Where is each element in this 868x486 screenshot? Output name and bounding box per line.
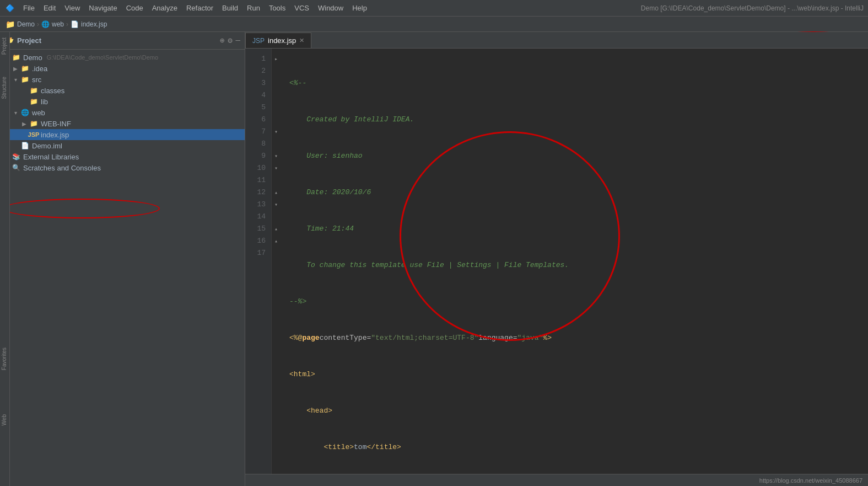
- code-line-11: <title>tom</title>: [289, 441, 861, 453]
- tree-item-idea[interactable]: ▶ 📁 .idea: [0, 63, 245, 74]
- gutter-fold-1[interactable]: ▸: [272, 53, 281, 65]
- tab-close-button[interactable]: ✕: [299, 37, 304, 44]
- folder-icon-idea: 📁: [20, 64, 30, 73]
- tree-label-classes: classes: [41, 87, 64, 95]
- token-8d: "text/html;charset=UTF-8": [371, 332, 478, 344]
- gutter-14: [272, 211, 281, 223]
- line-num-1: 1: [245, 53, 266, 65]
- arrow-src: ▾: [11, 77, 20, 83]
- code-content[interactable]: <%-- Created by IntelliJ IDEA. User: sie…: [283, 49, 868, 486]
- main-layout: 📂 Project ⊕ ⚙ — ▾ 📁 Demo G:\IDEA\Code_de…: [0, 32, 868, 486]
- settings-icon[interactable]: ⚙: [228, 36, 232, 45]
- gutter-fold-16[interactable]: ▴: [272, 235, 281, 247]
- bc-web[interactable]: web: [52, 20, 64, 28]
- tree-label-src: src: [32, 76, 41, 84]
- tree-item-demoixml[interactable]: 📄 Demo.iml: [0, 140, 245, 151]
- menu-window[interactable]: Window: [315, 3, 347, 13]
- line-num-3: 3: [245, 77, 266, 89]
- tree-item-demo[interactable]: ▾ 📁 Demo G:\IDEA\Code_demo\ServletDemo\D…: [0, 52, 245, 63]
- bc-sep2: ›: [66, 20, 68, 28]
- token-11b: tom: [354, 441, 366, 453]
- gutter-17: [272, 247, 281, 259]
- code-line-4: Date: 2020/10/6: [289, 186, 861, 199]
- menu-edit[interactable]: Edit: [40, 3, 59, 13]
- tree-item-src[interactable]: ▾ 📁 src: [0, 74, 245, 85]
- left-tab-project[interactable]: Project: [0, 32, 9, 60]
- folder-icon-demo: 📁: [11, 53, 21, 62]
- folder-icon-webinf: 📁: [29, 119, 39, 128]
- menu-vcs[interactable]: VCS: [291, 3, 312, 13]
- gutter-fold-10[interactable]: ▾: [272, 162, 281, 174]
- token-5: Time: 21:44: [289, 223, 354, 235]
- line-num-7: 7: [245, 126, 266, 138]
- line-num-13: 13: [245, 199, 266, 211]
- gutter-11: [272, 174, 281, 186]
- menu-run[interactable]: Run: [244, 3, 263, 13]
- folder-icon-extlibs: 📚: [11, 152, 21, 161]
- token-6: To change this template use File | Setti…: [289, 259, 569, 271]
- menu-code[interactable]: Code: [123, 3, 147, 13]
- bc-demo[interactable]: Demo: [17, 20, 35, 28]
- tab-indexjsp[interactable]: JSP index.jsp ✕: [245, 33, 311, 48]
- menu-tools[interactable]: Tools: [266, 3, 289, 13]
- token-8f: "java": [517, 332, 543, 344]
- token-1: <%--: [289, 77, 306, 89]
- gutter-6: [272, 114, 281, 126]
- gutter-2: [272, 65, 281, 77]
- gutter-fold-13[interactable]: ▾: [272, 199, 281, 211]
- bc-file[interactable]: index.jsp: [81, 20, 107, 28]
- gutter-fold-9[interactable]: ▾: [272, 150, 281, 162]
- token-8a: <%@: [289, 332, 302, 344]
- collapse-icon[interactable]: —: [236, 36, 240, 45]
- menu-build[interactable]: Build: [219, 3, 241, 13]
- tree-label-lib: lib: [41, 98, 48, 106]
- gutter-4: [272, 89, 281, 102]
- menu-help[interactable]: Help: [349, 3, 370, 13]
- tree-label-scratches: Scratches and Consoles: [23, 164, 101, 172]
- folder-icon-classes: 📁: [29, 86, 39, 95]
- code-line-2: Created by IntelliJ IDEA.: [289, 114, 861, 126]
- gutter-fold-7[interactable]: ▾: [272, 126, 281, 138]
- tree-item-web[interactable]: ▾ 🌐 web: [0, 107, 245, 118]
- menu-navigate[interactable]: Navigate: [85, 3, 120, 13]
- token-8b: page: [302, 332, 319, 344]
- tab-jsp-icon: JSP: [252, 37, 265, 45]
- tree-item-webinf[interactable]: ▶ 📁 WEB-INF: [0, 118, 245, 129]
- gutter-fold-15[interactable]: ▴: [272, 223, 281, 235]
- code-line-7: --%>: [289, 296, 861, 308]
- line-num-2: 2: [245, 65, 266, 77]
- tree-label-demo: Demo: [23, 54, 42, 62]
- menu-file[interactable]: File: [20, 3, 38, 13]
- left-tab-structure[interactable]: Structure: [0, 71, 9, 105]
- gutter-fold-12[interactable]: ▴: [272, 186, 281, 199]
- tree-label-idea: .idea: [32, 65, 47, 73]
- line-num-12: 12: [245, 186, 266, 199]
- menu-view[interactable]: View: [61, 3, 83, 13]
- token-10: <head>: [306, 405, 332, 417]
- file-icon-indexjsp: JSP: [29, 130, 39, 139]
- line-num-4: 4: [245, 89, 266, 102]
- line-num-14: 14: [245, 211, 266, 223]
- menu-analyze[interactable]: Analyze: [149, 3, 181, 13]
- token-2: Created by IntelliJ IDEA.: [289, 114, 414, 126]
- token-3: User: sienhao: [289, 150, 363, 162]
- line-num-15: 15: [245, 223, 266, 235]
- tree-label-web: web: [32, 109, 45, 117]
- tree-item-scratches[interactable]: 🔍 Scratches and Consoles: [0, 162, 245, 173]
- sidebar-header: 📂 Project ⊕ ⚙ —: [0, 32, 245, 50]
- sync-icon[interactable]: ⊕: [220, 36, 224, 45]
- gutter-3: [272, 77, 281, 89]
- tree-item-lib[interactable]: 📁 lib: [0, 96, 245, 107]
- status-bar: https://blog.csdn.net/weixin_45088667: [245, 474, 868, 486]
- tree-item-extlibs[interactable]: ▶ 📚 External Libraries: [0, 151, 245, 162]
- left-tab-web[interactable]: Web: [0, 409, 8, 431]
- token-8g: %>: [543, 332, 552, 344]
- code-line-3: User: sienhao: [289, 150, 861, 162]
- left-tab-favorites[interactable]: Favorites: [0, 342, 8, 376]
- menu-refactor[interactable]: Refactor: [183, 3, 217, 13]
- line-num-17: 17: [245, 247, 266, 259]
- left-tab-panel: Project Structure Favorites Web: [0, 32, 10, 486]
- tree-item-classes[interactable]: 📁 classes: [0, 85, 245, 96]
- tree-item-indexjsp[interactable]: JSP index.jsp: [0, 129, 245, 140]
- token-8e: language=: [478, 332, 517, 344]
